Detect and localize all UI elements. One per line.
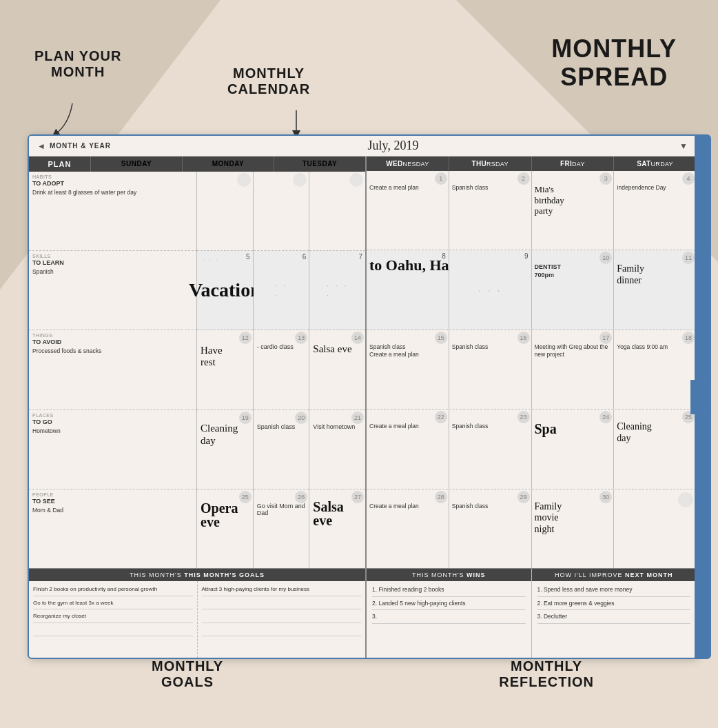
- improve-section: HOW I'LL IMPROVE NEXT MONTH 1. Spend les…: [532, 569, 697, 658]
- thu-w5-content: Spanish class: [452, 503, 529, 510]
- thu-w1: 2 Spanish class: [449, 171, 532, 250]
- habits-label: HABITS: [32, 174, 193, 179]
- tuesday-col: 7 · · ·· 14 Salsa eve 21 Visit hometown: [309, 172, 365, 568]
- wed-w4: 22 Create a meal plan: [367, 410, 449, 488]
- mon-w5-num: 26: [295, 491, 307, 503]
- goal-1: Finish 2 books on productivity and perso…: [33, 585, 193, 596]
- nav-next-arrow[interactable]: ▼: [679, 141, 688, 151]
- sat-w5-circle: [678, 492, 693, 507]
- tue-w3-num: 14: [351, 332, 364, 344]
- thu-w4-num: 23: [517, 411, 530, 423]
- planner-body: PLAN SUNDAY MONDAY TUESDAY HABITS TO ADO…: [29, 156, 696, 568]
- fri-w5: 30 Familymovienight: [532, 489, 615, 568]
- nav-prev-arrow[interactable]: ◄: [37, 141, 45, 151]
- sat-w4-content: Cleaningday: [617, 421, 693, 445]
- thu-w2: 9 · · ·: [449, 250, 532, 329]
- people-label: PEOPLE: [32, 492, 193, 497]
- sun-w4-content: Cleaningday: [201, 422, 249, 447]
- plan-rows: HABITS TO ADOPT Drink at least 8 glasses…: [29, 172, 197, 568]
- thu-w1-num: 2: [517, 172, 530, 185]
- sun-w4-num: 19: [239, 412, 252, 424]
- left-cal-grid: HABITS TO ADOPT Drink at least 8 glasses…: [29, 172, 365, 568]
- thu-w4-content: Spanish class: [452, 423, 529, 430]
- sun-w5: 25 Operaeve: [197, 489, 253, 568]
- places-label: PLACES: [32, 413, 193, 418]
- things-sublabel: TO AVOID: [32, 338, 193, 345]
- sun-w3-content: Haverest: [201, 345, 249, 368]
- tue-w4-num: 21: [351, 412, 364, 424]
- tue-w1: [309, 172, 365, 251]
- sat-w1: 4 Independence Day: [614, 171, 696, 250]
- improve-header-bold: NEXT MONTH: [625, 572, 673, 578]
- mon-w2-num: 6: [302, 253, 307, 261]
- goal-7: [202, 611, 362, 623]
- wins-section: THIS MONTH'S WINS 1. Finished reading 2 …: [367, 569, 532, 658]
- thu-w3-num: 16: [517, 332, 530, 344]
- thu-w1-content: Spanish class: [452, 184, 529, 192]
- things-label: THINGS: [32, 333, 193, 338]
- wed-w5-num: 28: [435, 491, 447, 503]
- fri-w4-content: Spa: [535, 421, 611, 437]
- places-content: Hometown: [32, 427, 193, 435]
- sat-w2-num: 11: [682, 252, 695, 264]
- sat-w5: [614, 489, 696, 568]
- left-cal-header: PLAN SUNDAY MONDAY TUESDAY: [29, 156, 365, 172]
- mon-w1: [254, 172, 309, 251]
- sat-w3-content: Yoga class 9:00 am: [617, 343, 693, 351]
- goal-2: Go to the gym at least 3x a week: [33, 598, 193, 610]
- tuesday-header: TUESDAY: [274, 156, 365, 172]
- mon-w4: 20 Spanish class: [254, 410, 309, 489]
- monthly-reflection-label: MONTHLY REFLECTION: [499, 658, 594, 690]
- improve-2: 2. Eat more greens & veggies: [537, 599, 691, 611]
- wed-w1-num: 1: [435, 172, 447, 185]
- win-3: 3.: [372, 612, 526, 624]
- sat-w2: 11 Familydinner: [614, 250, 696, 329]
- improve-3: 3. Declutter: [537, 612, 691, 624]
- fri-w3-content: Meeting with Greg about the new project: [535, 343, 611, 358]
- wins-body: 1. Finished reading 2 books 2. Landed 5 …: [367, 581, 531, 658]
- right-side: WEDNESDAY THURSDAY FRIDAY SATURDAY 1 Cre…: [367, 156, 696, 568]
- wed-w2: 8 to Oahu, Hawaii: [367, 250, 449, 329]
- tue-w2: 7 · · ··: [309, 251, 365, 330]
- wed-w1: 1 Create a meal plan: [367, 171, 449, 250]
- fri-w5-content: Familymovienight: [535, 501, 611, 536]
- right-cal-weeks: 1 Create a meal plan 2 Spanish class 3 M…: [367, 171, 696, 568]
- things-content: Processed foods & snacks: [32, 347, 193, 355]
- thu-w2-dots: · · ·: [478, 285, 502, 296]
- goals-left: THIS MONTH'S THIS MONTH'S GOALS Finish 2…: [29, 569, 367, 658]
- saturday-header: SATURDAY: [614, 156, 696, 171]
- sat-w4: 25 Cleaningday: [614, 410, 696, 488]
- goals-two-col: Finish 2 books on productivity and perso…: [29, 581, 365, 658]
- tue-w5: 27 Salsaeve: [309, 489, 365, 568]
- mon-w3-content: - cardio class: [257, 343, 306, 350]
- fri-w1-content: Mia'sbirthdayparty: [535, 184, 611, 216]
- mon-w5: 26 Go visit Mom and Dad: [254, 489, 309, 568]
- plan-row-habits: HABITS TO ADOPT Drink at least 8 glasses…: [29, 172, 197, 251]
- plan-row-people: PEOPLE TO SEE Mom & Dad: [29, 489, 197, 568]
- fri-w5-num: 30: [599, 491, 612, 503]
- goals-col-1: Finish 2 books on productivity and perso…: [29, 581, 198, 658]
- mon-w2-dots: · · ·: [274, 281, 287, 300]
- tue-w2-num: 7: [358, 253, 362, 261]
- improve-header: HOW I'LL IMPROVE NEXT MONTH: [532, 569, 697, 581]
- wed-w5-content: Create a meal plan: [369, 503, 446, 510]
- sat-w2-content: Familydinner: [617, 263, 693, 287]
- planner-notebook: ◄ MONTH & YEAR July, 2019 ▼ PLAN SUNDAY …: [28, 134, 697, 659]
- fri-w2-num: 10: [599, 252, 612, 264]
- sat-w1-content: Independence Day: [617, 184, 693, 192]
- goal-8: [202, 625, 362, 637]
- improve-1: 1. Spend less and save more money: [537, 585, 691, 597]
- mon-w4-num: 20: [295, 412, 307, 424]
- skills-label: SKILLS: [32, 254, 193, 259]
- left-days-cols: 5 Vacation · · · 12 Haverest: [197, 172, 365, 568]
- wed-w3-content: Spanish classCreate a meal plan: [369, 343, 446, 358]
- month-year-value: July, 2019: [111, 139, 675, 153]
- planner-header: ◄ MONTH & YEAR July, 2019 ▼: [29, 136, 696, 156]
- mon-w1-circle: [293, 173, 307, 187]
- right-cal-header: WEDNESDAY THURSDAY FRIDAY SATURDAY: [367, 156, 696, 171]
- vacation-dots-1: · · ·: [203, 256, 219, 264]
- thu-w4: 23 Spanish class: [449, 410, 532, 488]
- tue-w4: 21 Visit hometown: [309, 410, 365, 489]
- fri-w1-num: 3: [599, 172, 612, 185]
- monday-col: 6 · · · 13 - cardio class 20 Spanish cla…: [254, 172, 310, 568]
